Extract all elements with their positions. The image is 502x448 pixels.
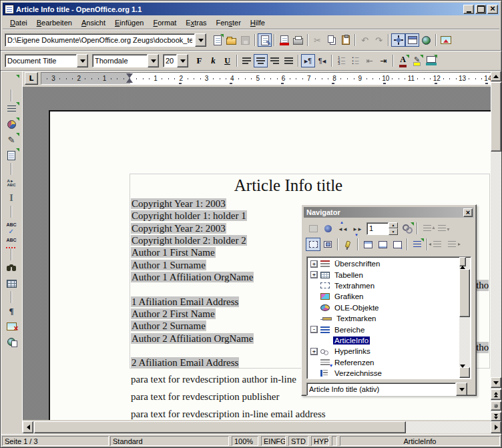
menu-item[interactable]: Format <box>148 17 181 28</box>
content-view-button[interactable] <box>320 238 335 251</box>
bold-button[interactable] <box>192 54 206 67</box>
close-button[interactable] <box>487 5 498 14</box>
navigator-close-button[interactable] <box>463 208 473 217</box>
footer-button[interactable] <box>375 238 390 251</box>
url-input[interactable] <box>5 33 195 47</box>
find-replace-button[interactable] <box>3 260 20 276</box>
spin-down-button[interactable]: ▼ <box>389 228 398 235</box>
tree-expander[interactable]: + <box>310 271 318 278</box>
navigator-tree-item[interactable]: + Tabellen <box>308 269 459 280</box>
stylist-button[interactable] <box>405 33 419 47</box>
indent-decrease-button[interactable] <box>362 54 376 67</box>
redo-button[interactable] <box>372 33 386 47</box>
tree-expander[interactable]: + <box>310 260 318 268</box>
tree-scroll-thumb[interactable] <box>459 269 470 317</box>
paragraph-style-input[interactable] <box>5 54 77 67</box>
online-layout-button[interactable] <box>3 334 20 349</box>
tree-expander[interactable]: + <box>310 348 318 355</box>
status-zoom-level[interactable]: 100% <box>232 436 258 446</box>
font-size-dropdown-button[interactable] <box>177 54 188 67</box>
margin-marker[interactable] <box>126 73 133 83</box>
gallery-button[interactable] <box>439 33 453 47</box>
scroll-right-button[interactable] <box>491 421 501 433</box>
navigator-tree-item[interactable]: - Bereiche <box>308 324 459 334</box>
chapter-up-button[interactable] <box>420 222 435 235</box>
horizontal-scroll-thumb[interactable] <box>34 421 406 433</box>
print-file-button[interactable] <box>291 33 305 47</box>
data-sources-button[interactable] <box>3 276 20 291</box>
navigator-tree-item[interactable]: OLE-Objekte <box>308 302 459 313</box>
justify-button[interactable] <box>282 54 296 67</box>
export-pdf-button[interactable] <box>277 33 291 47</box>
previous-page-button[interactable] <box>491 389 501 400</box>
menu-item[interactable]: Extras <box>181 17 211 28</box>
navigation-button[interactable] <box>491 401 501 411</box>
navigator-tree-item[interactable]: Referenzen <box>308 357 459 368</box>
paste-button[interactable] <box>338 33 352 47</box>
ruler[interactable]: 3211234567891011121314 <box>41 72 492 85</box>
draw-functions-button[interactable] <box>3 132 20 148</box>
data-source-view-button[interactable] <box>306 222 320 235</box>
previous-object-button[interactable] <box>335 222 350 235</box>
navigator-tree-item[interactable]: Verzeichnisse <box>308 368 459 379</box>
save-document-button[interactable] <box>238 33 252 47</box>
align-center-button[interactable] <box>254 54 268 67</box>
highlighting-button[interactable] <box>410 54 424 67</box>
navigator-tree-item[interactable]: Textmarken <box>308 313 459 324</box>
spin-up-button[interactable]: ▲ <box>389 222 398 229</box>
list-box-toggle-button[interactable] <box>306 238 320 251</box>
navigator-tree-scrollbar[interactable] <box>459 258 470 378</box>
graphics-onoff-button[interactable] <box>3 318 20 334</box>
nonprinting-characters-button[interactable] <box>3 303 20 318</box>
menu-item[interactable]: Fenster <box>212 17 246 28</box>
navigation-button[interactable] <box>320 222 335 235</box>
tab-type-selector-button[interactable] <box>25 72 38 85</box>
bullets-button[interactable] <box>348 54 362 67</box>
url-dropdown-button[interactable] <box>195 33 206 47</box>
font-name-dropdown-button[interactable] <box>148 54 159 67</box>
status-selection-mode[interactable]: STD <box>288 436 308 446</box>
chapter-down-button[interactable] <box>435 222 449 235</box>
cut-button[interactable] <box>310 33 324 47</box>
tree-expander[interactable]: - <box>310 326 318 333</box>
undo-button[interactable] <box>358 33 372 47</box>
minimize-button[interactable] <box>463 5 474 14</box>
navigator-tree-item[interactable]: + Überschriften <box>308 258 459 269</box>
underline-button[interactable] <box>220 54 234 67</box>
page-spinbox[interactable]: 1▲▼ <box>366 222 398 235</box>
heading-levels-button[interactable] <box>410 238 425 251</box>
next-object-button[interactable] <box>350 222 364 235</box>
scroll-up-button[interactable] <box>491 71 501 81</box>
insert-table-button[interactable] <box>3 74 20 89</box>
tree-scroll-down-button[interactable] <box>459 367 470 378</box>
font-color-button[interactable] <box>396 54 410 67</box>
navigator-tree-item[interactable]: ArticleInfo <box>308 335 459 346</box>
hyperlink-dialog-button[interactable] <box>419 33 433 47</box>
new-document-button[interactable] <box>210 33 224 47</box>
header-button[interactable] <box>360 238 375 251</box>
promote-level-button[interactable] <box>430 238 445 251</box>
menu-item[interactable]: Ansicht <box>77 17 110 28</box>
insert-button[interactable] <box>3 101 20 117</box>
insert-object-button[interactable] <box>3 117 20 132</box>
horizontal-scrollbar[interactable] <box>23 421 491 433</box>
demote-level-button[interactable] <box>445 238 459 251</box>
drag-mode-button[interactable] <box>400 222 415 235</box>
paragraph-style-dropdown-button[interactable] <box>77 54 88 67</box>
menu-item[interactable]: Bearbeiten <box>32 17 77 28</box>
indent-increase-button[interactable] <box>376 54 391 67</box>
vertical-scrollbar[interactable] <box>491 71 501 421</box>
navigator-tree-item[interactable]: Grafiken <box>308 291 459 302</box>
anchor-text-button[interactable] <box>390 238 405 251</box>
background-color-button[interactable] <box>424 54 438 67</box>
spellcheck-button[interactable] <box>3 218 20 233</box>
status-page-style[interactable]: Standard <box>110 436 229 446</box>
navigator-title-bar[interactable]: Navigator <box>304 207 474 218</box>
align-right-button[interactable] <box>268 54 282 67</box>
status-hyperlink-mode[interactable]: HYP <box>311 436 329 446</box>
document-paragraph[interactable]: para text for revdescription in-line ema… <box>131 405 478 420</box>
align-left-button[interactable] <box>240 54 254 67</box>
document-heading[interactable]: Article Info title <box>130 176 447 196</box>
navigator-tree-item[interactable]: + Hyperlinks <box>308 346 459 357</box>
set-reminder-button[interactable] <box>340 238 355 251</box>
